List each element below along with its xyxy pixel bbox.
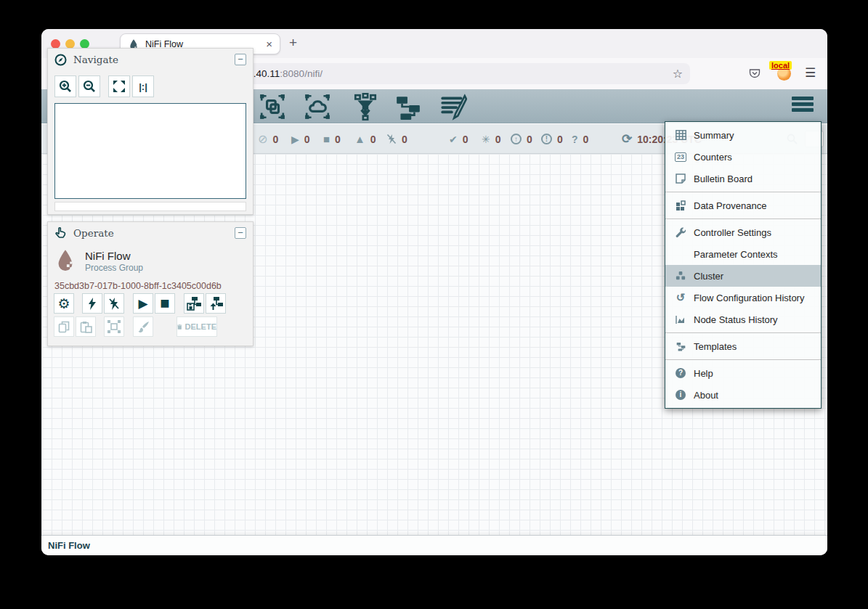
change-color-button[interactable] [133, 316, 153, 337]
menu-item-label: Node Status History [694, 314, 778, 325]
nifi-global-menu-button[interactable] [792, 97, 814, 114]
exclamation-circle-icon: ! [541, 134, 552, 144]
selected-component: NiFi Flow Process Group [48, 244, 253, 274]
wrench-icon [674, 227, 687, 238]
copy-button[interactable] [54, 316, 74, 337]
menu-item-label: Templates [694, 341, 737, 352]
menu-item-parameter-contexts[interactable]: Parameter Contexts [665, 243, 821, 265]
process-group-component-icon[interactable] [259, 93, 286, 120]
paint-brush-icon [137, 321, 150, 333]
menu-item-summary[interactable]: Summary [665, 124, 821, 146]
collapse-navigate-button[interactable]: − [235, 54, 246, 65]
refresh-icon[interactable]: ⟳ [622, 131, 632, 147]
bookmark-star-icon[interactable]: ☆ [673, 67, 683, 81]
operate-title: Operate [73, 227, 235, 239]
group-selection-icon [108, 320, 121, 333]
start-button[interactable]: ▶ [133, 293, 153, 314]
bolt-slash-icon [108, 298, 120, 310]
invalid-warning-icon: ▲ [354, 133, 365, 145]
remote-process-group-component-icon[interactable] [304, 93, 331, 120]
help-circle-icon: ? [674, 368, 687, 378]
check-icon: ✔ [449, 134, 458, 145]
zoom-out-button[interactable] [78, 75, 100, 97]
stopped-square-icon: ■ [323, 133, 330, 145]
question-icon: ? [572, 134, 578, 145]
menu-item-counters[interactable]: 23Counters [665, 146, 821, 168]
breadcrumb-bar: NiFi Flow [41, 535, 827, 555]
process-group-drop-icon [54, 248, 76, 274]
navigate-palette: Navigate − |:| [47, 48, 253, 215]
container-badge: local [769, 61, 792, 70]
breadcrumb[interactable]: NiFi Flow [48, 540, 90, 551]
birdseye-brand-strip [54, 202, 246, 211]
template-save-button[interactable] [184, 293, 204, 314]
menu-item-about[interactable]: iAbout [665, 384, 821, 406]
menu-item-label: Counters [694, 152, 732, 163]
menu-item-cluster[interactable]: Cluster [665, 265, 821, 287]
selected-flow-id: 35cbd3b7-017b-1000-8bff-1c3405c00d6b [48, 274, 253, 291]
disable-button[interactable] [104, 293, 124, 314]
menu-item-controller-settings[interactable]: Controller Settings [665, 221, 821, 243]
template-upload-button[interactable] [206, 293, 226, 314]
template-save-icon [187, 296, 201, 311]
browser-menu-icon[interactable]: ☰ [805, 65, 816, 81]
nifi-global-menu: Summary 23Counters Bulletin Board Data P… [665, 121, 822, 409]
funnel-component-icon[interactable] [352, 93, 379, 120]
zoom-fit-button[interactable] [108, 75, 130, 97]
pocket-icon[interactable] [748, 67, 761, 80]
label-component-icon[interactable] [439, 93, 467, 120]
template-upload-icon [208, 296, 223, 311]
menu-divider [665, 332, 821, 333]
disabled-bolt-slash-icon [386, 134, 397, 144]
disabled-status: 0 [386, 124, 407, 154]
paste-button[interactable] [76, 316, 96, 337]
birdseye-minimap[interactable] [54, 103, 246, 199]
menu-item-label: Bulletin Board [694, 173, 753, 184]
url-text[interactable]: 192.168.40.11:8080/nifi/ [218, 68, 667, 79]
paste-icon [80, 321, 92, 333]
counters-icon: 23 [674, 152, 687, 162]
asterisk-icon: ✳ [482, 134, 490, 145]
not-transmitting-icon: ⊘ [258, 132, 267, 146]
new-tab-button[interactable]: + [289, 35, 297, 51]
templates-icon [674, 341, 687, 351]
menu-item-flow-configuration-history[interactable]: ↺Flow Configuration History [665, 287, 821, 308]
provenance-icon [674, 200, 687, 211]
menu-item-label: About [694, 390, 718, 401]
operate-palette: Operate − NiFi Flow Process Group 35cbd3… [47, 221, 253, 346]
menu-item-label: Cluster [694, 271, 723, 282]
trash-icon [177, 322, 182, 332]
menu-item-data-provenance[interactable]: Data Provenance [665, 195, 821, 216]
navigate-toolbar: |:| [48, 70, 253, 100]
group-button[interactable] [104, 316, 124, 337]
configuration-button[interactable]: ⚙ [54, 293, 74, 314]
close-tab-icon[interactable]: × [266, 38, 272, 50]
invalid-status: ▲0 [354, 124, 376, 154]
menu-item-help[interactable]: ?Help [665, 362, 821, 384]
collapse-operate-button[interactable]: − [235, 227, 246, 239]
stop-square-icon: ■ [160, 294, 169, 313]
zoom-in-button[interactable] [54, 75, 76, 97]
running-status: ▶0 [291, 124, 310, 154]
zoom-actual-size-button[interactable]: |:| [132, 75, 154, 97]
sync-failure-status: ?0 [572, 124, 588, 154]
delete-button[interactable]: DELETE [177, 316, 217, 337]
menu-item-label: Flow Configuration History [694, 293, 804, 303]
menu-divider [665, 359, 821, 360]
menu-item-node-status-history[interactable]: Node Status History [665, 308, 821, 330]
enable-button[interactable] [82, 293, 102, 314]
stop-button[interactable]: ■ [155, 293, 175, 314]
area-chart-icon [674, 315, 687, 324]
menu-item-label: Controller Settings [694, 227, 771, 238]
template-component-icon[interactable] [394, 93, 422, 120]
operate-header: Operate − [48, 222, 253, 244]
menu-item-label: Help [694, 368, 713, 379]
arrow-up-circle-icon: ↑ [511, 134, 522, 144]
delete-label: DELETE [185, 322, 216, 331]
url-path: :8080/nifi/ [280, 68, 323, 79]
menu-item-bulletin-board[interactable]: Bulletin Board [665, 168, 821, 189]
menu-item-templates[interactable]: Templates [665, 335, 821, 357]
compass-icon [54, 54, 67, 66]
menu-item-label: Parameter Contexts [694, 249, 778, 260]
gear-icon: ⚙ [57, 295, 70, 312]
